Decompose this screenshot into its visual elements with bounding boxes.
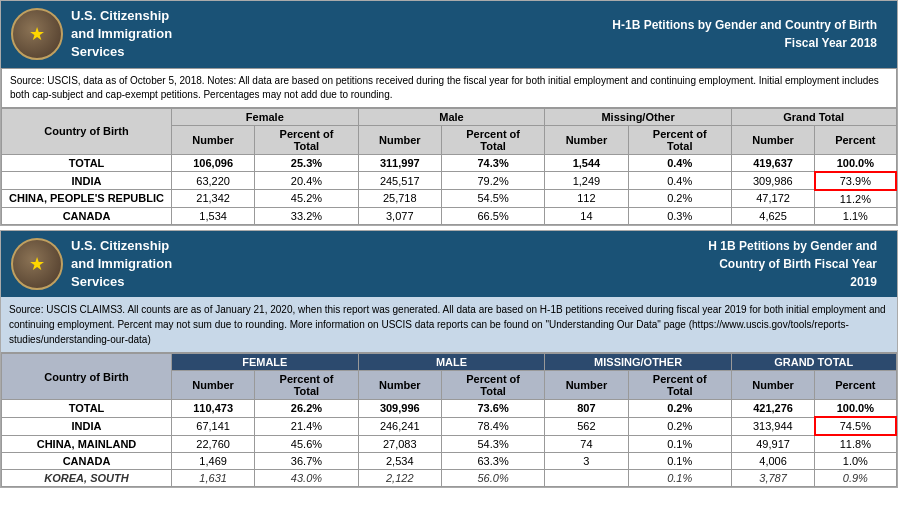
col-total-num-1: Number — [731, 125, 814, 154]
male-pct-cell: 54.5% — [441, 190, 544, 208]
total-pct-cell: 1.0% — [815, 453, 896, 470]
col-group-missing-1: Missing/Other — [545, 108, 732, 125]
female-num-cell: 21,342 — [172, 190, 255, 208]
total-pct-cell: 0.9% — [815, 470, 896, 487]
section1-notes-text: Source: USCIS, data as of October 5, 201… — [10, 75, 879, 100]
country-cell: TOTAL — [2, 154, 172, 172]
other-pct-cell: 0.3% — [628, 207, 731, 224]
female-pct-cell: 36.7% — [255, 453, 358, 470]
section2-table: Country of Birth FEMALE MALE MISSING/OTH… — [1, 353, 897, 487]
uscis-logo-2 — [11, 238, 63, 290]
col-group-male-1: Male — [358, 108, 545, 125]
total-num-cell: 419,637 — [731, 154, 814, 172]
total-num-cell: 3,787 — [731, 470, 814, 487]
total-pct-cell: 73.9% — [815, 172, 896, 190]
table1-row-0: TOTAL106,09625.3%311,99774.3%1,5440.4%41… — [2, 154, 897, 172]
other-num-cell: 14 — [545, 207, 628, 224]
table1-row-1: INDIA63,22020.4%245,51779.2%1,2490.4%309… — [2, 172, 897, 190]
total-num-cell: 49,917 — [731, 435, 814, 453]
male-num-cell: 309,996 — [358, 400, 441, 418]
col-male-pct-2: Percent ofTotal — [441, 371, 544, 400]
country-cell: CANADA — [2, 207, 172, 224]
female-pct-cell: 45.6% — [255, 435, 358, 453]
female-num-cell: 110,473 — [172, 400, 255, 418]
section1-table-container: Country of Birth Female Male Missing/Oth… — [1, 108, 897, 225]
table1-row-2: CHINA, PEOPLE'S REPUBLIC21,34245.2%25,71… — [2, 190, 897, 208]
female-num-cell: 1,534 — [172, 207, 255, 224]
table2-row-1: INDIA67,14121.4%246,24178.4%5620.2%313,9… — [2, 417, 897, 435]
other-num-cell: 562 — [545, 417, 628, 435]
other-num-cell: 1,544 — [545, 154, 628, 172]
section2-agency-name: U.S. Citizenshipand ImmigrationServices — [71, 237, 172, 292]
total-num-cell: 4,006 — [731, 453, 814, 470]
total-pct-cell: 100.0% — [815, 400, 896, 418]
female-pct-cell: 21.4% — [255, 417, 358, 435]
country-cell: INDIA — [2, 172, 172, 190]
section2-logo-area: U.S. Citizenshipand ImmigrationServices — [11, 237, 211, 292]
country-cell: INDIA — [2, 417, 172, 435]
total-pct-cell: 11.8% — [815, 435, 896, 453]
table2-group-header-row: Country of Birth FEMALE MALE MISSING/OTH… — [2, 354, 897, 371]
uscis-logo-1 — [11, 8, 63, 60]
other-num-cell: 807 — [545, 400, 628, 418]
table1-group-header-row: Country of Birth Female Male Missing/Oth… — [2, 108, 897, 125]
male-pct-cell: 56.0% — [441, 470, 544, 487]
female-num-cell: 1,631 — [172, 470, 255, 487]
section2: U.S. Citizenshipand ImmigrationServices … — [0, 230, 898, 489]
section1-agency-name: U.S. Citizenshipand ImmigrationServices — [71, 7, 172, 62]
other-pct-cell: 0.1% — [628, 470, 731, 487]
other-pct-cell: 0.4% — [628, 154, 731, 172]
section1-notes: Source: USCIS, data as of October 5, 201… — [1, 68, 897, 108]
col-group-female-2: FEMALE — [172, 354, 359, 371]
col-group-female-1: Female — [172, 108, 359, 125]
col-country-birth-1: Country of Birth — [2, 108, 172, 154]
other-num-cell: 3 — [545, 453, 628, 470]
male-num-cell: 245,517 — [358, 172, 441, 190]
male-num-cell: 2,122 — [358, 470, 441, 487]
country-cell: KOREA, SOUTH — [2, 470, 172, 487]
section1-header: U.S. Citizenshipand ImmigrationServices … — [1, 1, 897, 68]
col-male-num-2: Number — [358, 371, 441, 400]
other-pct-cell: 0.2% — [628, 400, 731, 418]
section2-notes-text: Source: USCIS CLAIMS3. All counts are as… — [9, 304, 886, 345]
country-cell: CANADA — [2, 453, 172, 470]
country-cell: CHINA, MAINLAND — [2, 435, 172, 453]
col-group-grand-2: GRAND TOTAL — [731, 354, 896, 371]
col-female-pct-1: Percent ofTotal — [255, 125, 358, 154]
female-pct-cell: 45.2% — [255, 190, 358, 208]
female-pct-cell: 25.3% — [255, 154, 358, 172]
section2-header: U.S. Citizenshipand ImmigrationServices … — [1, 231, 897, 298]
female-pct-cell: 26.2% — [255, 400, 358, 418]
female-num-cell: 63,220 — [172, 172, 255, 190]
section1-logo-area: U.S. Citizenshipand ImmigrationServices — [11, 7, 211, 62]
male-num-cell: 3,077 — [358, 207, 441, 224]
section1-report-title: H-1B Petitions by Gender and Country of … — [211, 16, 887, 52]
other-num-cell: 74 — [545, 435, 628, 453]
section2-table-container: Country of Birth FEMALE MALE MISSING/OTH… — [1, 353, 897, 487]
col-other-pct-1: Percent ofTotal — [628, 125, 731, 154]
total-pct-cell: 74.5% — [815, 417, 896, 435]
total-pct-cell: 100.0% — [815, 154, 896, 172]
col-other-num-1: Number — [545, 125, 628, 154]
col-total-num-2: Number — [731, 371, 814, 400]
col-group-male-2: MALE — [358, 354, 545, 371]
col-female-num-1: Number — [172, 125, 255, 154]
female-pct-cell: 33.2% — [255, 207, 358, 224]
col-female-num-2: Number — [172, 371, 255, 400]
section2-notes: Source: USCIS CLAIMS3. All counts are as… — [1, 297, 897, 353]
page-wrapper: U.S. Citizenshipand ImmigrationServices … — [0, 0, 898, 488]
male-num-cell: 2,534 — [358, 453, 441, 470]
female-pct-cell: 20.4% — [255, 172, 358, 190]
total-num-cell: 313,944 — [731, 417, 814, 435]
total-pct-cell: 1.1% — [815, 207, 896, 224]
col-female-pct-2: Percent ofTotal — [255, 371, 358, 400]
female-pct-cell: 43.0% — [255, 470, 358, 487]
table2-row-4: KOREA, SOUTH1,63143.0%2,12256.0%0.1%3,78… — [2, 470, 897, 487]
total-num-cell: 47,172 — [731, 190, 814, 208]
other-pct-cell: 0.2% — [628, 190, 731, 208]
other-num-cell: 112 — [545, 190, 628, 208]
col-group-missing-2: MISSING/OTHER — [545, 354, 732, 371]
male-pct-cell: 78.4% — [441, 417, 544, 435]
female-num-cell: 1,469 — [172, 453, 255, 470]
table2-row-0: TOTAL110,47326.2%309,99673.6%8070.2%421,… — [2, 400, 897, 418]
